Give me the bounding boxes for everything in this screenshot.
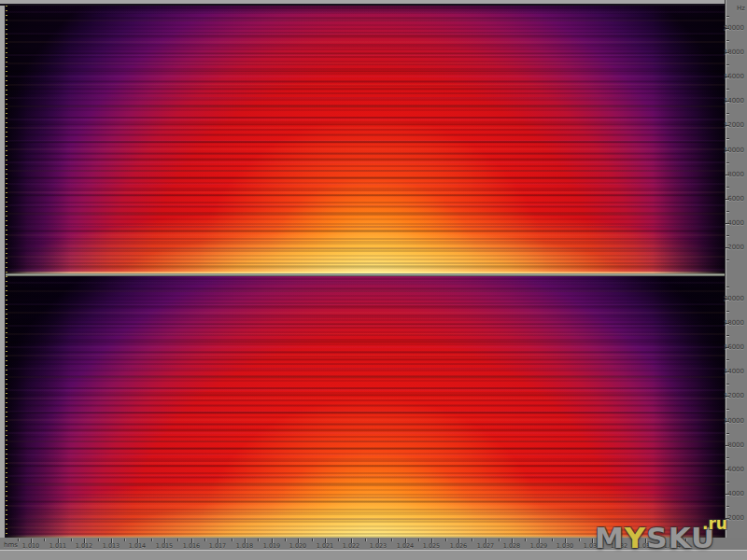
time-minor-tick <box>151 539 152 541</box>
time-tick-label: 1.029 <box>526 542 552 549</box>
freq-major-tick <box>726 52 729 53</box>
time-tick-label: 1.026 <box>445 542 472 549</box>
frequency-ruler[interactable]: Hz <box>725 0 747 560</box>
freq-minor-tick <box>726 457 729 458</box>
time-tick-label: 1.027 <box>472 542 499 549</box>
time-minor-tick <box>499 539 500 541</box>
freq-major-tick <box>726 101 729 102</box>
time-tick-label: 1.015 <box>151 542 177 549</box>
freq-minor-tick <box>726 433 729 434</box>
time-minor-tick <box>685 539 686 541</box>
freq-minor-tick <box>726 113 729 114</box>
freq-tick-label: 2000 <box>727 244 744 251</box>
freq-minor-tick <box>726 506 729 507</box>
freq-minor-tick <box>726 287 729 287</box>
freq-minor-tick <box>726 211 729 212</box>
time-tick-label: 1.018 <box>232 542 258 549</box>
freq-major-tick <box>726 421 729 422</box>
time-minor-tick <box>71 539 72 541</box>
freq-tick-label: 8000 <box>727 171 744 178</box>
time-tick-label: 1.013 <box>98 542 124 549</box>
time-unit-label-right: hms <box>695 541 709 549</box>
time-minor-tick <box>659 539 660 541</box>
time-minor-tick <box>552 539 553 541</box>
time-tick-label: 1.012 <box>71 542 97 549</box>
time-tick-label: 1.021 <box>312 542 338 549</box>
freq-minor-tick <box>726 187 729 188</box>
time-tick-label: 1.034 <box>659 542 685 549</box>
freq-minor-tick <box>726 89 729 90</box>
freq-minor-tick <box>726 359 729 360</box>
time-minor-tick <box>124 539 125 541</box>
time-tick-label: 1.020 <box>285 542 311 549</box>
time-minor-tick <box>605 539 606 541</box>
time-tick-label: 1.028 <box>499 542 525 549</box>
spectrogram-channel-1[interactable] <box>6 6 725 273</box>
freq-minor-tick <box>726 16 729 17</box>
freq-major-tick <box>726 247 729 248</box>
time-minor-tick <box>365 539 366 541</box>
time-tick-label: 1.017 <box>204 542 231 549</box>
time-minor-tick <box>44 539 45 541</box>
freq-minor-tick <box>726 335 729 336</box>
freq-minor-tick <box>726 259 729 260</box>
time-minor-tick <box>232 539 233 541</box>
freq-major-tick <box>726 150 729 151</box>
freq-major-tick <box>726 28 729 29</box>
time-unit-label-left: hms <box>4 541 18 549</box>
time-tick-label: 1.011 <box>45 542 71 549</box>
freq-minor-tick <box>726 384 729 385</box>
time-minor-tick <box>18 539 19 541</box>
freq-minor-tick <box>726 311 729 312</box>
freq-minor-tick <box>726 409 729 410</box>
freq-tick-label: 6000 <box>727 195 744 203</box>
time-tick-label: 1.025 <box>418 542 444 549</box>
freq-minor-tick <box>726 138 729 139</box>
freq-major-tick <box>726 175 729 175</box>
freq-minor-tick <box>726 482 729 483</box>
freq-major-tick <box>726 199 729 200</box>
freq-major-tick <box>726 469 729 470</box>
freq-major-tick <box>726 347 729 348</box>
time-tick-label: 1.024 <box>392 542 418 549</box>
left-edge-ticks-channel-1 <box>6 6 7 273</box>
freq-major-tick <box>726 125 729 126</box>
freq-major-tick <box>726 396 729 397</box>
time-tick-label: 1.033 <box>632 542 658 549</box>
time-minor-tick <box>445 539 446 541</box>
time-minor-tick <box>632 539 633 541</box>
time-minor-tick <box>418 539 419 541</box>
freq-minor-tick <box>726 40 729 41</box>
time-minor-tick <box>285 539 286 541</box>
freq-tick-label: 2000 <box>727 514 744 522</box>
freq-major-tick <box>726 518 729 519</box>
freq-tick-label: 8000 <box>727 441 744 449</box>
frequency-unit-label: Hz <box>737 5 745 12</box>
time-minor-tick <box>472 539 472 541</box>
time-tick-label: 1.014 <box>124 542 150 549</box>
freq-minor-tick <box>726 162 729 163</box>
time-minor-tick <box>204 539 205 541</box>
time-minor-tick <box>312 539 313 541</box>
spectrogram-channel-2[interactable] <box>6 276 725 538</box>
freq-minor-tick <box>726 235 729 236</box>
freq-major-tick <box>726 323 729 324</box>
window-frame-bottom <box>0 550 747 560</box>
freq-minor-tick <box>726 64 729 65</box>
time-tick-label: 1.022 <box>338 542 364 549</box>
freq-major-tick <box>726 371 729 372</box>
time-tick-label: 1.031 <box>579 542 605 549</box>
time-minor-tick <box>338 539 339 541</box>
freq-major-tick <box>726 223 729 224</box>
freq-major-tick <box>726 299 729 300</box>
time-tick-label: 1.030 <box>552 542 578 549</box>
time-minor-tick <box>98 539 99 541</box>
time-tick-label: 1.032 <box>606 542 632 549</box>
freq-tick-label: 4000 <box>727 219 744 227</box>
time-tick-label: 1.019 <box>259 542 285 549</box>
time-tick-label: 1.016 <box>178 542 204 549</box>
freq-major-tick <box>726 445 729 446</box>
time-minor-tick <box>177 539 178 541</box>
freq-tick-label: 6000 <box>727 466 744 473</box>
time-minor-tick <box>258 539 259 541</box>
